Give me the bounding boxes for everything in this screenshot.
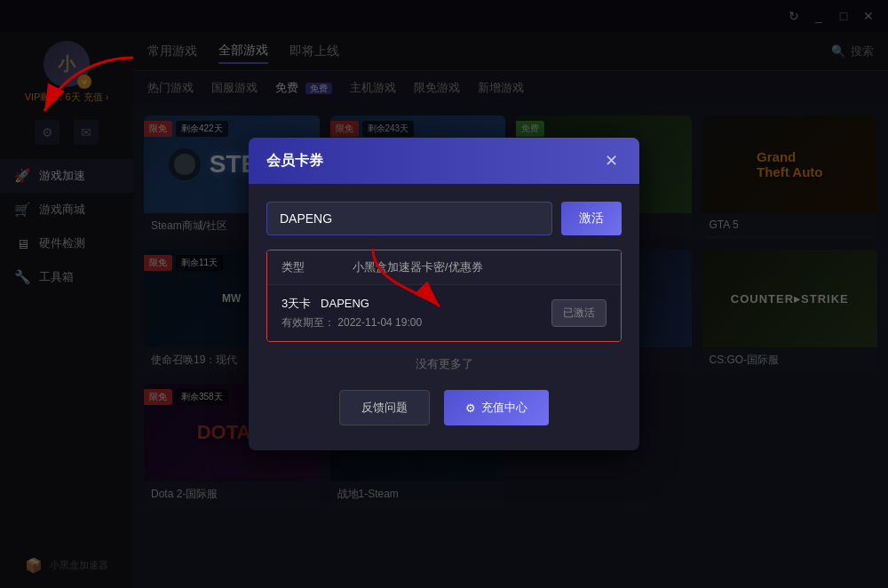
modal-overlay: 会员卡券 ✕ 激活 类型 小黑盒加速器卡密/优惠券 3天卡 xyxy=(0,0,888,588)
activate-button[interactable]: 激活 xyxy=(561,202,622,235)
modal-title: 会员卡券 xyxy=(266,152,323,171)
code-input[interactable] xyxy=(266,202,552,235)
header-value: 小黑盒加速器卡密/优惠券 xyxy=(353,259,483,275)
modal-body: 激活 类型 小黑盒加速器卡密/优惠券 3天卡 DAPENG 有效期至： xyxy=(249,184,639,450)
no-more-text: 没有更多了 xyxy=(266,356,622,372)
modal-header: 会员卡券 ✕ xyxy=(249,138,639,184)
card-list: 类型 小黑盒加速器卡密/优惠券 3天卡 DAPENG 有效期至： 2022-11… xyxy=(266,250,622,342)
recharge-button[interactable]: ⚙ 充值中心 xyxy=(444,390,549,425)
modal-membership-card: 会员卡券 ✕ 激活 类型 小黑盒加速器卡密/优惠券 3天卡 xyxy=(249,138,639,450)
card-name: 3天卡 DAPENG xyxy=(281,296,551,312)
feedback-button[interactable]: 反馈问题 xyxy=(339,390,430,425)
input-row: 激活 xyxy=(266,202,622,235)
gear-icon: ⚙ xyxy=(465,401,476,415)
modal-close-button[interactable]: ✕ xyxy=(600,150,622,171)
card-item-info: 3天卡 DAPENG 有效期至： 2022-11-04 19:00 xyxy=(281,296,551,330)
modal-footer: 反馈问题 ⚙ 充值中心 xyxy=(266,386,622,433)
red-arrow-vip xyxy=(27,49,142,129)
recharge-label: 充值中心 xyxy=(481,400,527,416)
card-item: 3天卡 DAPENG 有效期至： 2022-11-04 19:00 已激活 xyxy=(267,285,621,341)
card-list-header: 类型 小黑盒加速器卡密/优惠券 xyxy=(267,250,621,285)
header-type: 类型 xyxy=(281,259,335,275)
card-validity: 有效期至： 2022-11-04 19:00 xyxy=(281,315,551,330)
activated-button: 已激活 xyxy=(551,299,607,327)
